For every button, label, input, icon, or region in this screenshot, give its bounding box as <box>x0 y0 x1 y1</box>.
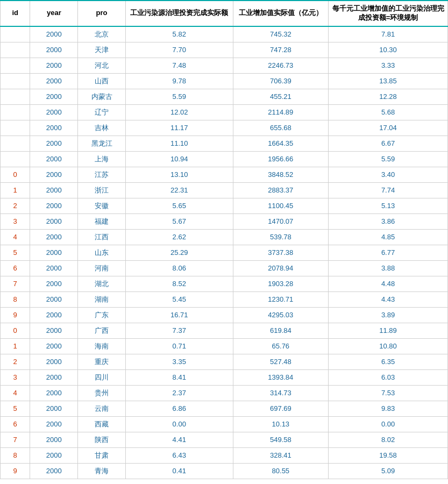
cell-id: 0 <box>1 167 30 182</box>
cell-year: 2000 <box>30 42 78 58</box>
cell-val: 1470.07 <box>233 213 328 229</box>
cell-val: 1230.71 <box>233 291 328 307</box>
cell-id <box>1 42 30 58</box>
table-row: 12000浙江22.312883.377.74 <box>1 182 448 198</box>
cell-ratio: 13.85 <box>329 73 448 89</box>
table-row: 2000辽宁12.022114.895.68 <box>1 104 448 120</box>
cell-ratio: 10.30 <box>329 42 448 58</box>
cell-val: 65.76 <box>233 338 328 354</box>
cell-id: 7 <box>1 276 30 291</box>
cell-id <box>1 104 30 120</box>
cell-val: 2883.37 <box>233 182 328 198</box>
table-row: 72000陕西4.41549.588.02 <box>1 432 448 447</box>
cell-inv: 6.43 <box>125 447 233 463</box>
cell-id: 4 <box>1 385 30 401</box>
table-row: 02000广西7.37619.8411.89 <box>1 323 448 338</box>
cell-year: 2000 <box>30 291 78 307</box>
table-row: 12000海南0.7165.7610.80 <box>1 338 448 354</box>
cell-year: 2000 <box>30 73 78 89</box>
cell-id: 3 <box>1 369 30 385</box>
cell-year: 2000 <box>30 104 78 120</box>
cell-id: 5 <box>1 245 30 260</box>
cell-pro: 山西 <box>78 73 126 89</box>
cell-val: 745.32 <box>233 26 328 42</box>
table-row: 92000青海0.4180.555.09 <box>1 463 448 479</box>
cell-ratio: 9.83 <box>329 401 448 416</box>
cell-inv: 16.71 <box>125 307 233 323</box>
cell-pro: 陕西 <box>78 432 126 447</box>
cell-inv: 12.02 <box>125 104 233 120</box>
cell-year: 2000 <box>30 354 78 369</box>
cell-inv: 7.48 <box>125 58 233 73</box>
cell-ratio: 7.81 <box>329 26 448 42</box>
cell-year: 2000 <box>30 213 78 229</box>
cell-pro: 内蒙古 <box>78 89 126 104</box>
cell-ratio: 5.13 <box>329 198 448 213</box>
cell-inv: 10.94 <box>125 151 233 167</box>
cell-inv: 4.41 <box>125 432 233 447</box>
cell-year: 2000 <box>30 463 78 479</box>
table-row: 2000河北7.482246.733.33 <box>1 58 448 73</box>
table-row: 72000湖北8.521903.284.48 <box>1 276 448 291</box>
cell-ratio: 5.59 <box>329 151 448 167</box>
cell-id: 5 <box>1 401 30 416</box>
cell-ratio: 3.88 <box>329 260 448 276</box>
cell-id: 2 <box>1 354 30 369</box>
table-row: 82000湖南5.451230.714.43 <box>1 291 448 307</box>
table-row: 32000福建5.671470.073.86 <box>1 213 448 229</box>
cell-inv: 25.29 <box>125 245 233 260</box>
cell-id: 6 <box>1 416 30 432</box>
cell-inv: 8.52 <box>125 276 233 291</box>
cell-pro: 广西 <box>78 323 126 338</box>
cell-val: 619.84 <box>233 323 328 338</box>
cell-inv: 2.37 <box>125 385 233 401</box>
cell-ratio: 0.00 <box>329 416 448 432</box>
cell-val: 697.69 <box>233 401 328 416</box>
cell-pro: 甘肃 <box>78 447 126 463</box>
cell-pro: 北京 <box>78 26 126 42</box>
cell-ratio: 5.68 <box>329 104 448 120</box>
cell-ratio: 5.09 <box>329 463 448 479</box>
cell-pro: 山东 <box>78 245 126 260</box>
cell-inv: 5.45 <box>125 291 233 307</box>
cell-ratio: 3.40 <box>329 167 448 182</box>
table-row: 2000上海10.941956.665.59 <box>1 151 448 167</box>
table-row: 32000四川8.411393.846.03 <box>1 369 448 385</box>
cell-ratio: 17.04 <box>329 120 448 136</box>
cell-ratio: 7.53 <box>329 385 448 401</box>
cell-val: 4295.03 <box>233 307 328 323</box>
cell-pro: 吉林 <box>78 120 126 136</box>
table-row: 2000北京5.82745.327.81 <box>1 26 448 42</box>
cell-inv: 3.35 <box>125 354 233 369</box>
cell-val: 1903.28 <box>233 276 328 291</box>
cell-year: 2000 <box>30 245 78 260</box>
data-table: id year pro 工业污染源治理投资完成实际额 工业增加值实际值（亿元） … <box>0 0 448 479</box>
col-header-id: id <box>1 1 30 26</box>
cell-year: 2000 <box>30 369 78 385</box>
cell-val: 314.73 <box>233 385 328 401</box>
cell-val: 1100.45 <box>233 198 328 213</box>
table-row: 52000云南6.86697.699.83 <box>1 401 448 416</box>
cell-pro: 海南 <box>78 338 126 354</box>
cell-id: 1 <box>1 338 30 354</box>
cell-ratio: 10.80 <box>329 338 448 354</box>
cell-id <box>1 151 30 167</box>
cell-ratio: 4.85 <box>329 229 448 245</box>
cell-year: 2000 <box>30 89 78 104</box>
cell-val: 1393.84 <box>233 369 328 385</box>
cell-ratio: 4.43 <box>329 291 448 307</box>
cell-pro: 河北 <box>78 58 126 73</box>
cell-inv: 7.37 <box>125 323 233 338</box>
cell-ratio: 6.77 <box>329 245 448 260</box>
col-header-pro: pro <box>78 1 126 26</box>
cell-pro: 青海 <box>78 463 126 479</box>
cell-ratio: 19.58 <box>329 447 448 463</box>
cell-year: 2000 <box>30 167 78 182</box>
cell-ratio: 3.86 <box>329 213 448 229</box>
cell-inv: 22.31 <box>125 182 233 198</box>
table-row: 62000西藏0.0010.130.00 <box>1 416 448 432</box>
cell-val: 80.55 <box>233 463 328 479</box>
cell-ratio: 6.35 <box>329 354 448 369</box>
cell-ratio: 6.67 <box>329 136 448 151</box>
cell-pro: 江西 <box>78 229 126 245</box>
